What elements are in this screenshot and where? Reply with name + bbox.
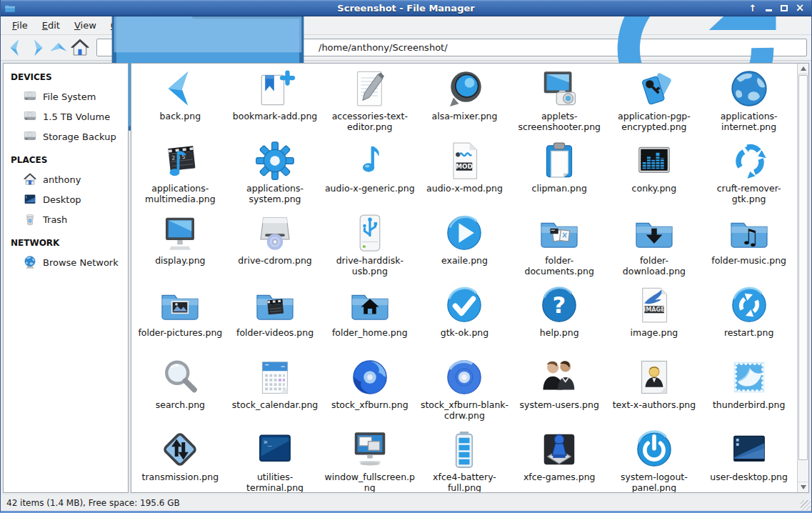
folder-music-icon: ♫ xyxy=(728,211,771,254)
home-button[interactable] xyxy=(69,38,91,58)
file-item-audio-x-mod-png[interactable]: MODaudio-x-mod.png xyxy=(417,139,512,211)
forward-button[interactable] xyxy=(26,38,48,58)
globe-icon xyxy=(728,67,771,110)
file-item-alsa-mixer-png[interactable]: alsa-mixer.png xyxy=(417,67,512,139)
menu-item-file[interactable]: File xyxy=(5,17,35,34)
file-item-system-users-png[interactable]: system-users.png xyxy=(512,356,607,428)
file-label: help.png xyxy=(540,327,579,338)
file-item-system-logout-panel-png[interactable]: system-logout-panel.png xyxy=(607,428,702,492)
scroll-up-button[interactable] xyxy=(798,64,808,74)
fullscreen-monitor-icon xyxy=(349,428,391,471)
file-label: gtk-ok.png xyxy=(441,327,488,338)
file-item-stock-xfburn-png[interactable]: stock_xfburn.png xyxy=(322,356,417,428)
path-entry[interactable]: /home/anthony/Screenshot/ xyxy=(96,39,807,56)
shade-button[interactable]: ↑ xyxy=(746,1,760,14)
file-item-stock-calendar-png[interactable]: stock_calendar.png xyxy=(228,356,323,428)
window-title: Screenshot - File Manager xyxy=(1,3,811,14)
file-item-display-png[interactable]: display.png xyxy=(133,211,228,284)
file-item-accessories-text-editor-png[interactable]: accessories-text-editor.png xyxy=(322,67,417,139)
file-item-conky-png[interactable]: conky.png xyxy=(607,139,702,211)
file-item-xfce-games-png[interactable]: xfce-games.png xyxy=(512,428,607,492)
file-item-drive-cdrom-png[interactable]: drive-cdrom.png xyxy=(228,211,323,284)
file-item-drive-harddisk-usb-png[interactable]: drive-harddisk-usb.png xyxy=(322,211,417,284)
file-item-applications-system-png[interactable]: applications-system.png xyxy=(228,139,323,211)
file-label: clipman.png xyxy=(532,183,587,194)
sidebar-item-storage-backup[interactable]: Storage Backup xyxy=(4,126,128,146)
resize-grip[interactable] xyxy=(801,500,811,510)
file-item-folder-pictures-png[interactable]: folder-pictures.png xyxy=(133,284,228,356)
equalizer-icon xyxy=(633,139,676,182)
file-item-transmission-png[interactable]: transmission.png xyxy=(133,428,228,492)
sidebar-item-label: File System xyxy=(43,91,96,102)
file-label: back.png xyxy=(160,111,201,121)
file-manager-window: Screenshot - File Manager ↑ × FileEditVi… xyxy=(0,0,812,513)
file-label: stock_xfburn.png xyxy=(331,399,408,410)
file-item-window-fullscreen-png[interactable]: window_fullscreen.png xyxy=(322,428,417,492)
chess-pawn-icon xyxy=(538,428,581,471)
file-label: applets-screenshooter.png xyxy=(514,111,605,132)
file-item-search-png[interactable]: search.png xyxy=(133,356,228,428)
scrollbar-thumb[interactable] xyxy=(798,75,808,460)
file-item-folder-documents-png[interactable]: folder-documents.png xyxy=(512,211,607,284)
up-button[interactable] xyxy=(48,38,69,58)
vertical-scrollbar[interactable] xyxy=(797,64,808,492)
statusbar: 42 items (1.4 MB), Free space: 195.6 GB xyxy=(1,494,811,511)
file-item-restart-png[interactable]: restart.png xyxy=(701,284,796,356)
sidebar-item-1-5-tb-volume[interactable]: 1.5 TB Volume xyxy=(4,106,128,126)
power-circle-icon xyxy=(633,428,676,471)
sidebar-item-trash[interactable]: Trash xyxy=(4,209,128,229)
sidebar-item-browse-network[interactable]: Browse Network xyxy=(4,252,128,272)
file-item-folder-music-png[interactable]: ♫folder-music.png xyxy=(701,211,796,284)
sidebar: DEVICESFile System1.5 TB VolumeStorage B… xyxy=(3,63,129,493)
file-label: system-logout-panel.png xyxy=(608,472,699,492)
file-item-clipman-png[interactable]: clipman.png xyxy=(512,139,607,211)
back-button[interactable] xyxy=(5,38,26,58)
file-item-applications-multimedia-png[interactable]: 2 3 5applications-multimedia.png xyxy=(133,139,228,211)
file-item-applications-internet-png[interactable]: applications-internet.png xyxy=(701,67,796,139)
battery-icon xyxy=(443,428,486,471)
maximize-button[interactable] xyxy=(777,1,791,14)
close-button[interactable]: × xyxy=(793,1,807,14)
sidebar-item-anthony[interactable]: anthony xyxy=(4,169,128,189)
file-item-application-pgp-encrypted-png[interactable]: application-pgp-encrypted.png xyxy=(607,67,702,139)
file-item-applets-screenshooter-png[interactable]: applets-screenshooter.png xyxy=(512,67,607,139)
file-label: system-users.png xyxy=(520,399,599,410)
harddrive-icon xyxy=(23,109,37,124)
burn-disc-icon xyxy=(349,356,391,399)
scroll-down-button[interactable] xyxy=(798,482,808,492)
file-item-bookmark-add-png[interactable]: bookmark-add.png xyxy=(228,67,323,139)
scroll-down-icon xyxy=(801,485,806,489)
sidebar-section-network: NETWORK xyxy=(4,229,128,252)
sidebar-item-desktop[interactable]: Desktop xyxy=(4,189,128,209)
authors-file-icon xyxy=(633,356,676,399)
file-item-image-png[interactable]: IMAGEimage.png xyxy=(607,284,702,356)
file-item-help-png[interactable]: ?help.png xyxy=(512,284,607,356)
file-label: audio-x-generic.png xyxy=(325,183,415,194)
file-item-text-x-authors-png[interactable]: text-x-authors.png xyxy=(607,356,702,428)
file-item-back-png[interactable]: back.png xyxy=(133,67,228,139)
file-item-exaile-png[interactable]: exaile.png xyxy=(417,211,512,284)
file-item-folder-videos-png[interactable]: folder-videos.png xyxy=(228,284,323,356)
file-item-gtk-ok-png[interactable]: gtk-ok.png xyxy=(417,284,512,356)
mod-file-icon: MOD xyxy=(443,139,486,182)
file-item-folder-download-png[interactable]: folder-download.png xyxy=(607,211,702,284)
file-item-thunderbird-png[interactable]: thunderbird.png xyxy=(701,356,796,428)
file-item-utilities-terminal-png[interactable]: »_utilities-terminal.png xyxy=(228,428,323,492)
file-item-user-desktop-png[interactable]: user-desktop.png xyxy=(701,428,796,492)
file-item-cruft-remover-gtk-png[interactable]: cruft-remover-gtk.png xyxy=(701,139,796,211)
path-text[interactable]: /home/anthony/Screenshot/ xyxy=(319,42,585,53)
sidebar-item-file-system[interactable]: File System xyxy=(4,86,128,106)
folder-documents-icon xyxy=(538,211,581,254)
file-item-stock-xfburn-blank-cdrw-png[interactable]: stock_xfburn-blank-cdrw.png xyxy=(417,356,512,428)
svg-text:?: ? xyxy=(553,292,566,319)
menu-item-view[interactable]: View xyxy=(67,17,104,34)
sidebar-item-label: Desktop xyxy=(43,194,81,205)
back-arrow-icon xyxy=(159,67,201,110)
thunderbird-stamp-icon xyxy=(728,356,771,399)
file-item-audio-x-generic-png[interactable]: audio-x-generic.png xyxy=(322,139,417,211)
file-item-folder-home-png[interactable]: folder_home.png xyxy=(322,284,417,356)
titlebar[interactable]: Screenshot - File Manager ↑ × xyxy=(1,0,811,16)
file-item-xfce4-battery-full-png[interactable]: xfce4-battery-full.png xyxy=(417,428,512,492)
minimize-button[interactable] xyxy=(761,1,776,14)
menu-item-edit[interactable]: Edit xyxy=(35,17,67,34)
